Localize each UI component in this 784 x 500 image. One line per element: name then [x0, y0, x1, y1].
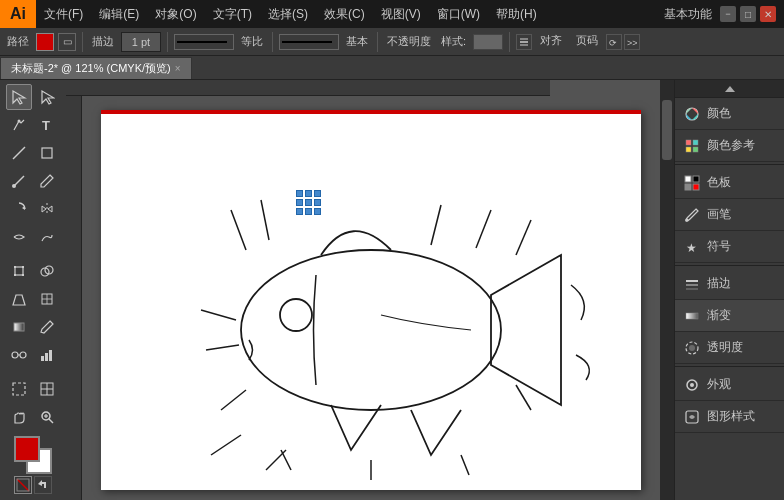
- active-tab[interactable]: 未标题-2* @ 121% (CMYK/预览) ×: [0, 57, 192, 79]
- zoom-tool[interactable]: [34, 404, 60, 430]
- stroke-width-input[interactable]: [121, 32, 161, 52]
- shape-builder-tool[interactable]: [34, 258, 60, 284]
- tool-row-3: [6, 140, 60, 166]
- panel-item-symbol[interactable]: ★ 符号: [675, 231, 784, 263]
- close-button[interactable]: ✕: [760, 6, 776, 22]
- mirror-tool[interactable]: [34, 196, 60, 222]
- panel-item-swatch[interactable]: 色板: [675, 167, 784, 199]
- tool-row-2: T: [6, 112, 60, 138]
- scrollbar-thumb[interactable]: [662, 100, 672, 160]
- menu-object[interactable]: 对象(O): [147, 0, 204, 28]
- color-ref-icon: [683, 137, 701, 155]
- panel-item-stroke[interactable]: 描边: [675, 268, 784, 300]
- swatch-label: 色板: [707, 174, 731, 191]
- artboard-tool[interactable]: [6, 376, 32, 402]
- svg-point-29: [20, 352, 26, 358]
- divider4: [377, 32, 378, 52]
- panel-item-transparency[interactable]: 透明度: [675, 332, 784, 364]
- align-icon[interactable]: [516, 34, 532, 50]
- foreground-color-box[interactable]: [14, 436, 40, 462]
- svg-point-11: [12, 184, 16, 188]
- panel-item-gradient[interactable]: 渐变: [675, 300, 784, 332]
- gradient-tool[interactable]: [6, 314, 32, 340]
- maximize-button[interactable]: □: [740, 6, 756, 22]
- bar-chart-tool[interactable]: [34, 342, 60, 368]
- width-tool[interactable]: [6, 224, 32, 250]
- menu-effect[interactable]: 效果(C): [316, 0, 373, 28]
- divider2: [167, 32, 168, 52]
- divider3: [272, 32, 273, 52]
- panel-item-color-ref[interactable]: 颜色参考: [675, 130, 784, 162]
- type-tool[interactable]: T: [34, 112, 60, 138]
- pen-tool[interactable]: [6, 112, 32, 138]
- free-transform-tool[interactable]: [6, 258, 32, 284]
- mesh-tool[interactable]: [34, 286, 60, 312]
- svg-rect-17: [14, 266, 16, 268]
- paintbrush-tool[interactable]: [6, 168, 32, 194]
- graphic-style-icon: [683, 408, 701, 426]
- menu-select[interactable]: 选择(S): [260, 0, 316, 28]
- stroke-color-swatch[interactable]: [36, 33, 54, 51]
- pencil-tool[interactable]: [34, 168, 60, 194]
- svg-point-49: [280, 299, 312, 331]
- svg-line-62: [211, 435, 241, 455]
- menu-window[interactable]: 窗口(W): [429, 0, 488, 28]
- panel-item-brush[interactable]: 画笔: [675, 199, 784, 231]
- svg-line-52: [431, 205, 441, 245]
- align-button[interactable]: 对齐: [534, 32, 568, 52]
- tool-row-1: [6, 84, 60, 110]
- menu-help[interactable]: 帮助(H): [488, 0, 545, 28]
- perspective-tool[interactable]: [6, 286, 32, 312]
- extra-icon[interactable]: >>: [624, 34, 640, 50]
- menu-file[interactable]: 文件(F): [36, 0, 91, 28]
- style-preview[interactable]: [473, 34, 503, 50]
- warp-tool[interactable]: [34, 224, 60, 250]
- direct-select-tool[interactable]: [34, 84, 60, 110]
- menu-view[interactable]: 视图(V): [373, 0, 429, 28]
- svg-rect-16: [15, 267, 23, 275]
- stroke-icon: [683, 275, 701, 293]
- svg-rect-18: [22, 266, 24, 268]
- transform-icon[interactable]: ⟳: [606, 34, 622, 50]
- grid-cell-6: [314, 199, 321, 206]
- menu-edit[interactable]: 编辑(E): [91, 0, 147, 28]
- toolbar: 路径 ▭ 描边 等比 基本 不透明度 样式: 对齐 页码 ⟳ >>: [0, 28, 784, 56]
- tab-close-button[interactable]: ×: [175, 63, 181, 74]
- blend-tool[interactable]: [6, 342, 32, 368]
- panel-item-graphic-style[interactable]: 图形样式: [675, 401, 784, 433]
- tool-row-6: [6, 224, 60, 250]
- line-tool[interactable]: [6, 140, 32, 166]
- svg-point-81: [689, 345, 695, 351]
- svg-line-63: [266, 450, 286, 470]
- svg-line-59: [206, 345, 239, 350]
- yizhi-button[interactable]: 页码: [570, 32, 604, 52]
- minimize-button[interactable]: －: [720, 6, 736, 22]
- grid-cell-9: [314, 208, 321, 215]
- rotate-tool[interactable]: [6, 196, 32, 222]
- shape-selector[interactable]: ▭: [58, 33, 76, 51]
- svg-marker-12: [22, 206, 25, 210]
- hand-tool[interactable]: [6, 404, 32, 430]
- svg-line-60: [221, 390, 246, 410]
- svg-line-9: [13, 147, 25, 159]
- svg-text:⟳: ⟳: [609, 38, 617, 48]
- panel-item-color[interactable]: 颜色: [675, 98, 784, 130]
- slice-tool[interactable]: [34, 376, 60, 402]
- menu-text[interactable]: 文字(T): [205, 0, 260, 28]
- panel-item-appearance[interactable]: 外观: [675, 369, 784, 401]
- grid-cell-4: [296, 199, 303, 206]
- none-color-btn[interactable]: [14, 476, 32, 494]
- main-layout: T: [0, 80, 784, 500]
- swap-colors-btn[interactable]: [34, 476, 52, 494]
- dengbi-label: 等比: [238, 34, 266, 49]
- svg-line-57: [461, 455, 469, 475]
- canvas-area[interactable]: // Ruler ticks will be drawn below: [66, 80, 660, 500]
- svg-text:T: T: [42, 118, 50, 133]
- left-toolbar: T: [0, 80, 66, 500]
- grid-cell-3: [314, 190, 321, 197]
- svg-rect-10: [42, 148, 52, 158]
- panel-scroll-top[interactable]: [675, 80, 784, 98]
- select-tool[interactable]: [6, 84, 32, 110]
- eyedropper-tool[interactable]: [34, 314, 60, 340]
- rect-tool[interactable]: [34, 140, 60, 166]
